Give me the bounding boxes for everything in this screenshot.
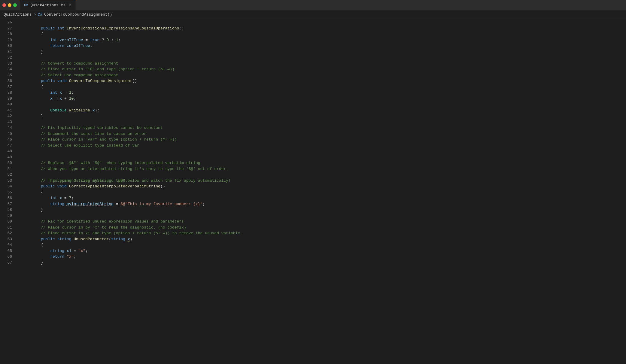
code-line-67: [16, 260, 626, 266]
title-bar: C# QuickActions.cs ×: [0, 0, 626, 11]
tab-close-button[interactable]: ×: [69, 3, 71, 8]
line-num-64: 64: [2, 242, 12, 248]
code-line-26: public int InvertConditionalExpressionsA…: [16, 20, 626, 26]
code-line-58: [16, 207, 626, 213]
line-num-44: 44: [2, 125, 12, 131]
line-num-66: 66: [2, 254, 12, 260]
code-line-65: return "x";: [16, 248, 626, 254]
line-num-59: 59: [2, 213, 12, 219]
code-line-56: string myInterpolatedString = $@"This is…: [16, 195, 626, 201]
line-num-39: 39: [2, 96, 12, 102]
code-area[interactable]: public int InvertConditionalExpressionsA…: [16, 19, 626, 364]
line-num-27: 27: [2, 26, 12, 32]
breadcrumb-icon: C#: [38, 12, 42, 18]
code-line-48: [16, 148, 626, 154]
code-line-37: int x = 1;: [16, 84, 626, 90]
line-num-57: 57: [2, 201, 12, 207]
line-num-29: 29: [2, 37, 12, 43]
editor: 26 27 28 29 30 31 32 33 34 35 36 37 38 3…: [0, 19, 626, 364]
code-line-39: [16, 96, 626, 102]
code-line-42: [16, 113, 626, 119]
line-num-33: 33: [2, 61, 12, 67]
code-line-40: Console.WriteLine(x);: [16, 102, 626, 108]
line-num-56: 56: [2, 195, 12, 201]
line-num-48: 48: [2, 148, 12, 154]
line-num-32: 32: [2, 55, 12, 61]
code-line-41: }: [16, 108, 626, 114]
close-button[interactable]: [2, 3, 6, 7]
line-num-45: 45: [2, 131, 12, 137]
active-tab[interactable]: C# QuickActions.cs ×: [20, 0, 76, 10]
line-num-41: 41: [2, 108, 12, 114]
code-line-38: x = x + 10;: [16, 90, 626, 96]
line-num-54: 54: [2, 184, 12, 190]
line-num-36: 36: [2, 78, 12, 84]
code-line-59: // Fix for identified unused expression …: [16, 213, 626, 219]
line-num-52: 52: [2, 172, 12, 178]
code-line-43: // Fix Implicitly-typed variables cannot…: [16, 119, 626, 125]
code-line-66: }: [16, 254, 626, 260]
line-num-26: 26: [2, 20, 12, 26]
line-num-60: 60: [2, 219, 12, 225]
code-line-28: int zeroIfTrue = true ? 0 : 1;: [16, 31, 626, 37]
line-numbers: 26 27 28 29 30 31 32 33 34 35 36 37 38 3…: [0, 19, 16, 364]
line-num-42: 42: [2, 113, 12, 119]
line-num-46: 46: [2, 137, 12, 143]
minimize-button[interactable]: [8, 3, 11, 7]
line-num-37: 37: [2, 84, 12, 90]
line-num-53: 53: [2, 178, 12, 184]
code-line-55: int x = 7;: [16, 190, 626, 196]
code-line-52: // Try typing "string myString = @$" bel…: [16, 172, 626, 178]
line-num-28: 28: [2, 31, 12, 37]
breadcrumb-part1[interactable]: QuickActions: [4, 12, 32, 18]
window-controls: [2, 3, 17, 7]
line-num-58: 58: [2, 207, 12, 213]
code-line-30: }: [16, 43, 626, 49]
line-num-67: 67: [2, 260, 12, 266]
code-line-31: [16, 49, 626, 55]
line-num-38: 38: [2, 90, 12, 96]
breadcrumb-sep1: >: [34, 12, 36, 18]
code-line-49: // Replace `@$"` with `$@"` when typing …: [16, 154, 626, 160]
line-num-51: 51: [2, 166, 12, 172]
line-num-62: 62: [2, 230, 12, 236]
line-num-30: 30: [2, 43, 12, 49]
breadcrumb: QuickActions > C# ConvertToCompoundAssig…: [0, 11, 626, 19]
line-num-47: 47: [2, 143, 12, 149]
line-num-34: 34: [2, 66, 12, 72]
line-num-49: 49: [2, 154, 12, 160]
line-num-40: 40: [2, 102, 12, 108]
line-num-50: 50: [2, 160, 12, 166]
tab-label: QuickActions.cs: [30, 2, 65, 8]
code-line-51: 💡 // This command fixes it as you type.: [16, 166, 626, 172]
tab-bar: C# QuickActions.cs ×: [20, 0, 76, 10]
code-line-32: // Convert to compound assignment: [16, 55, 626, 61]
line-num-63: 63: [2, 236, 12, 242]
line-num-31: 31: [2, 49, 12, 55]
line-num-65: 65: [2, 248, 12, 254]
maximize-button[interactable]: [13, 3, 17, 7]
code-line-64: string x1 = "x";: [16, 242, 626, 248]
file-icon: C#: [24, 3, 28, 8]
line-num-35: 35: [2, 72, 12, 78]
line-num-61: 61: [2, 225, 12, 231]
line-num-43: 43: [2, 119, 12, 125]
breadcrumb-part2[interactable]: ConvertToCompoundAssignment(): [44, 12, 112, 18]
line-num-55: 55: [2, 190, 12, 196]
